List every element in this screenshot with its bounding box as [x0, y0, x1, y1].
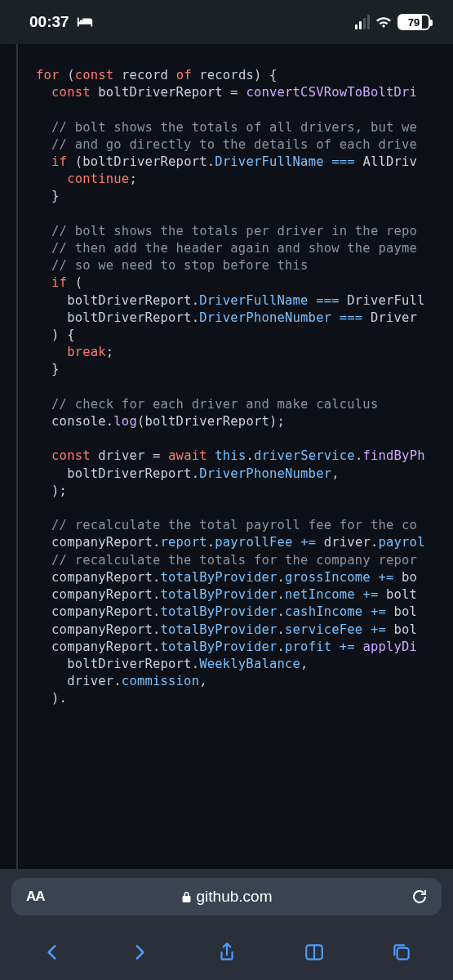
lock-icon [181, 891, 192, 903]
browser-url-bar: AA github.com [0, 869, 453, 924]
status-bar: 00:37 79 [0, 0, 453, 44]
sleep-icon [76, 16, 94, 29]
code-gutter-line [16, 44, 18, 869]
svg-rect-0 [397, 948, 408, 960]
status-right: 79 [355, 14, 431, 30]
wifi-icon [375, 16, 392, 29]
reload-icon[interactable] [411, 888, 429, 906]
address-pill[interactable]: AA github.com [11, 878, 442, 915]
back-button[interactable] [40, 940, 64, 964]
url-host[interactable]: github.com [181, 888, 273, 906]
bookmarks-button[interactable] [302, 940, 326, 964]
tabs-button[interactable] [389, 940, 414, 964]
browser-toolbar [0, 924, 453, 980]
text-size-button[interactable]: AA [26, 889, 45, 905]
share-button[interactable] [215, 940, 239, 964]
clock-time: 00:37 [29, 13, 69, 31]
url-host-text: github.com [197, 888, 273, 906]
cellular-signal-icon [355, 15, 371, 29]
status-left: 00:37 [29, 13, 94, 31]
code-content: for (const record of records) { const bo… [36, 67, 453, 708]
forward-button[interactable] [127, 940, 152, 964]
battery-indicator: 79 [397, 14, 430, 30]
battery-percent: 79 [408, 16, 420, 29]
code-viewer[interactable]: for (const record of records) { const bo… [0, 44, 453, 869]
